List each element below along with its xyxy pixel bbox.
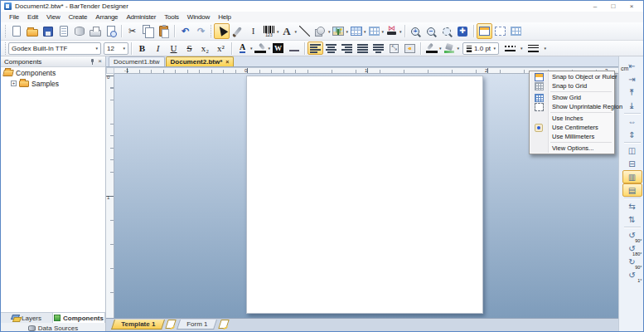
zoom-to-selection-button[interactable] [439,23,455,39]
align-distribute-button[interactable] [370,42,386,55]
align-center-button[interactable] [323,42,339,55]
menu-item-show-unprintable-region[interactable]: Show Unprintable Region [530,102,613,111]
menu-edit[interactable]: Edit [23,13,42,21]
font-size-combobox[interactable]: 12▾ [104,42,128,55]
menu-item-snap-to-object[interactable]: Snap to Object or Ruler [530,72,613,81]
tab-form-1[interactable]: Form 1 [177,320,217,330]
create-table-button[interactable] [348,23,364,39]
edit-text-tool-button[interactable]: I [245,23,261,39]
new-document-button[interactable] [8,23,24,39]
create-barcode-button[interactable]: 123 [261,23,277,39]
toolbar-grip[interactable] [5,25,7,37]
align-top-edges-button[interactable]: ⇤ [622,85,642,99]
show-grid-button[interactable] [508,23,524,39]
page-setup-button[interactable] [56,23,71,39]
center-in-object-button[interactable] [402,42,418,55]
close-tab-icon[interactable]: × [225,59,229,65]
align-justify-button[interactable] [355,42,370,55]
tree-item-samples[interactable]: + Samples [1,78,105,89]
print-preview-button[interactable] [103,23,119,39]
center-in-template-h-button[interactable]: ▥ [622,170,642,183]
subscript-button[interactable]: x₂ [197,42,213,55]
copy-button[interactable] [140,23,156,39]
align-right-button[interactable] [339,42,355,55]
compound-style-button[interactable] [523,42,545,55]
new-template-icon[interactable] [165,320,177,329]
menu-item-use-inches[interactable]: Use Inches [530,114,613,123]
underline-button[interactable]: U [166,42,182,55]
auto-hide-pin-icon[interactable] [90,59,95,65]
select-tool-button[interactable] [214,23,230,39]
redo-button[interactable]: ↷ [193,23,209,39]
create-shape-button[interactable] [312,23,328,39]
maximize-button[interactable]: □ [608,2,618,12]
line-weight-combobox[interactable]: 1.0 pt▾ [462,42,499,55]
fill-color-button[interactable] [442,42,458,55]
text-background-button[interactable] [253,42,269,55]
menu-item-view-options[interactable]: View Options... [530,144,613,153]
rotate-left-1-button[interactable]: ↺1° [622,268,642,281]
align-vertical-centers-button[interactable]: ⊟ [622,157,642,170]
word-formatting-button[interactable]: W [270,42,286,55]
close-panel-icon[interactable]: × [98,58,102,65]
tree-item-components[interactable]: Components [1,67,105,78]
align-horizontal-centers-button[interactable]: ◫ [622,144,642,157]
font-color-button[interactable]: A [235,42,250,55]
menu-item-use-millimeters[interactable]: Use Millimeters [530,132,613,141]
italic-button[interactable]: I [150,42,166,55]
menu-item-snap-to-grid[interactable]: Snap to Grid [530,81,613,90]
tab-components[interactable]: Components [53,313,105,323]
vertical-ruler[interactable]: 0 1 [106,74,114,318]
view-template-button[interactable] [477,23,492,39]
font-name-combobox[interactable]: Godex Built-In TTF▾ [8,42,101,55]
menu-view[interactable]: View [42,13,64,21]
rotate-180-button[interactable]: ↺180° [622,242,642,255]
create-layout-grid-button[interactable] [366,23,382,39]
undo-button[interactable]: ↶ [177,23,193,39]
create-line-button[interactable] [297,23,312,39]
strikethrough-button[interactable]: S [182,42,197,55]
distribute-horizontally-button[interactable]: ⇆ [622,199,642,212]
open-button[interactable] [24,23,40,39]
create-text-button[interactable]: A [279,23,295,39]
menu-window[interactable]: Window [183,13,214,21]
zoom-in-button[interactable]: + [408,23,424,39]
database-setup-button[interactable] [71,23,87,39]
center-in-template-v-button[interactable]: ▤ [622,183,642,197]
close-button[interactable]: × [627,2,637,12]
menu-create[interactable]: Create [65,13,92,21]
rotate-left-90-button[interactable]: ↺90° [622,228,642,242]
paste-button[interactable] [156,23,172,39]
save-button[interactable] [40,23,56,39]
minimize-button[interactable]: – [590,2,600,12]
compound-style-dropdown-arrow[interactable]: ▾ [545,46,547,51]
bold-button[interactable]: B [134,42,150,55]
expand-icon[interactable]: + [11,81,17,86]
encoder-dropdown-arrow[interactable]: ▾ [399,29,402,34]
center-horizontally-button[interactable]: ⇔ [622,115,642,128]
auto-fit-text-button[interactable]: ⤡ [386,42,402,55]
distribute-vertically-button[interactable]: ⇅ [622,212,642,226]
menu-item-use-centimeters[interactable]: Use Centimeters [530,123,613,132]
design-surface[interactable] [246,76,483,314]
fit-document-button[interactable]: ✚ [455,23,471,39]
fill-color-dropdown-arrow[interactable]: ▾ [458,46,460,51]
cut-button[interactable]: ✂ [124,23,140,39]
center-vertically-button[interactable]: ⇕ [622,128,642,141]
insert-picture-button[interactable] [331,23,346,39]
zoom-out-button[interactable]: − [424,23,439,39]
superscript-button[interactable]: x² [213,42,229,55]
align-right-edges-button[interactable]: ⇥ [622,72,642,85]
align-bottom-edges-button[interactable]: ⇥ [622,99,642,112]
no-format-button[interactable] [286,42,302,55]
menu-tools[interactable]: Tools [160,13,183,21]
menu-file[interactable]: File [5,13,23,21]
menu-administer[interactable]: Administer [122,13,160,21]
toolbar-grip[interactable] [211,25,212,37]
show-unprintable-region-button[interactable] [492,23,508,39]
tab-data-sources[interactable]: Data Sources [1,323,105,332]
document-tab-2[interactable]: Document2.btw* × [166,56,235,66]
rotate-right-90-button[interactable]: ↻90° [622,255,642,268]
menu-item-show-grid[interactable]: Show Grid [530,93,613,102]
menu-arrange[interactable]: Arrange [91,13,122,21]
